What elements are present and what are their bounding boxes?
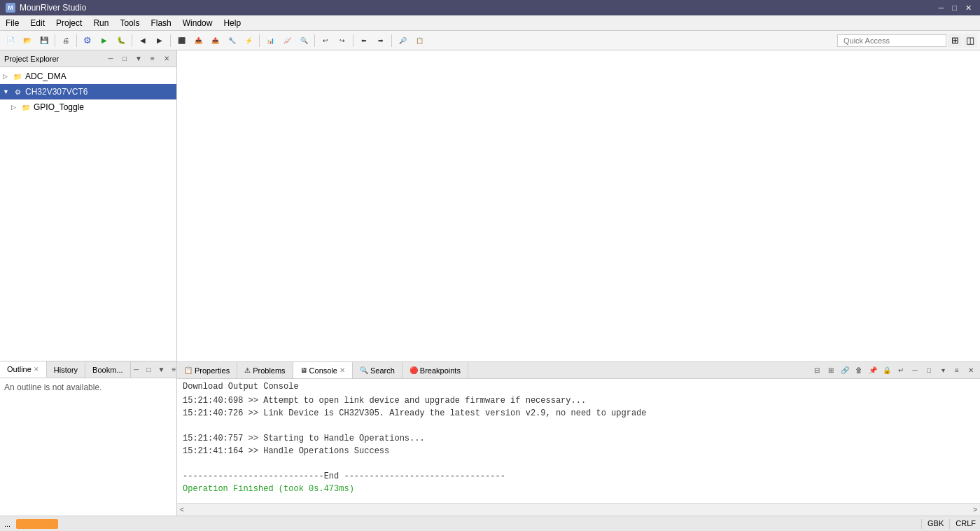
history-tab-label: History: [54, 366, 78, 374]
tab-search[interactable]: 🔍 Search: [353, 362, 402, 378]
tab-problems[interactable]: ⚠ Problems: [237, 362, 293, 378]
menu-file[interactable]: File: [0, 15, 24, 30]
project-explorer-minimize[interactable]: ─: [105, 53, 116, 64]
toolbar-btn-6[interactable]: 📊: [262, 33, 278, 48]
toolbar-btn-debug[interactable]: 🐛: [113, 33, 129, 48]
project-explorer-close[interactable]: ✕: [161, 53, 172, 64]
close-button[interactable]: ✕: [962, 4, 974, 13]
console-ctrl-pin[interactable]: 📌: [867, 364, 879, 377]
outline-view-btn[interactable]: ≡: [169, 364, 177, 375]
toolbar-btn-9[interactable]: ↩: [318, 33, 333, 48]
toolbar-btn-save[interactable]: 💾: [36, 33, 52, 48]
console-ctrl-clear[interactable]: 🗑: [853, 364, 865, 377]
tab-bookmarks[interactable]: Bookm...: [85, 361, 130, 378]
problems-tab-icon: ⚠: [244, 366, 251, 374]
toolbar-btn-prev[interactable]: ◀: [135, 33, 150, 48]
toolbar-btn-4[interactable]: 🔧: [224, 33, 239, 48]
menu-edit[interactable]: Edit: [24, 15, 50, 30]
toolbar-btn-zoom[interactable]: 🔎: [395, 33, 410, 48]
project-explorer-options[interactable]: ≡: [147, 53, 158, 64]
console-ctrl-maximize[interactable]: □: [923, 364, 935, 377]
tab-breakpoints[interactable]: 🔴 Breakpoints: [402, 362, 468, 378]
toolbar-btn-5[interactable]: ⚡: [241, 33, 256, 48]
status-progress-indicator: [16, 519, 58, 529]
toolbar-btn-build[interactable]: ⚙: [80, 33, 95, 48]
outline-controls: ─ □ ▼ ≡: [131, 364, 177, 375]
maximize-button[interactable]: □: [949, 4, 960, 13]
tab-console[interactable]: 🖥 Console ✕: [293, 362, 353, 378]
toolbar-sep-7: [353, 34, 354, 47]
console-ctrl-1[interactable]: ⊟: [811, 364, 823, 377]
console-line-finished: Operation Finished (took 0s.473ms): [183, 483, 974, 495]
toolbar-perspective-btn[interactable]: ⊞: [948, 34, 962, 48]
toolbar-btn-12[interactable]: ➡: [373, 33, 388, 48]
tab-outline[interactable]: Outline ✕: [0, 361, 47, 378]
console-tab-close[interactable]: ✕: [340, 366, 345, 374]
status-right: GBK CRLF: [921, 519, 976, 529]
toolbar-btn-open[interactable]: 📂: [20, 33, 35, 48]
toolbar-btn-10[interactable]: ↪: [335, 33, 350, 48]
outline-maximize-btn[interactable]: □: [144, 364, 155, 375]
project-explorer-content: ▷ 📁 ADC_DMA ▼ ⚙ CH32V307VCT6 ▷ 📁 GPIO_To…: [0, 67, 176, 361]
menu-run[interactable]: Run: [88, 15, 114, 30]
toolbar-sep-8: [391, 34, 392, 47]
console-ctrl-close[interactable]: ✕: [965, 364, 977, 377]
toolbar-sep-6: [314, 34, 315, 47]
problems-tab-label: Problems: [253, 366, 285, 375]
toolbar-btn-3[interactable]: 📤: [207, 33, 223, 48]
breakpoints-tab-icon: 🔴: [410, 366, 418, 374]
toolbar-btn-11[interactable]: ⬅: [356, 33, 372, 48]
app-icon: M: [6, 3, 15, 13]
console-ctrl-3[interactable]: 🔗: [839, 364, 851, 377]
outline-options-btn[interactable]: ▼: [156, 364, 167, 375]
menu-window[interactable]: Window: [177, 15, 218, 30]
status-sep-2: [949, 519, 950, 529]
console-tab-icon: 🖥: [300, 366, 307, 374]
project-explorer: Project Explorer ─ □ ▼ ≡ ✕ ▷ 📁 ADC_DMA ▼…: [0, 50, 176, 361]
console-separator: ----------------------------End --------…: [183, 470, 974, 483]
folder-icon-adc: 📁: [12, 71, 23, 81]
toolbar-btn-13[interactable]: 📋: [412, 33, 427, 48]
outline-panel: Outline ✕ History Bookm... ─ □ ▼ ≡ An ou…: [0, 361, 176, 516]
console-ctrl-minimize[interactable]: ─: [909, 364, 921, 377]
toolbar-btn-print[interactable]: 🖨: [58, 33, 74, 48]
bookmarks-tab-label: Bookm...: [92, 366, 122, 374]
toolbar-btn-new[interactable]: 📄: [3, 33, 18, 48]
editor-main[interactable]: [177, 50, 980, 361]
toolbar-btn-run[interactable]: ▶: [97, 33, 112, 48]
toolbar-btn-1[interactable]: ⬛: [174, 33, 189, 48]
tab-history[interactable]: History: [47, 361, 85, 378]
outline-minimize-btn[interactable]: ─: [131, 364, 142, 375]
tree-item-ch32v307[interactable]: ▼ ⚙ CH32V307VCT6: [0, 84, 176, 99]
menu-tools[interactable]: Tools: [114, 15, 145, 30]
tree-item-gpio[interactable]: ▷ 📁 GPIO_Toggle: [0, 99, 176, 115]
console-line-5: 15:21:41:164 >> Handle Operations Succes…: [183, 445, 974, 457]
toolbar-btn-8[interactable]: 🔍: [296, 33, 312, 48]
tab-properties[interactable]: 📋 Properties: [177, 362, 237, 378]
console-scroll-right[interactable]: >: [973, 506, 977, 513]
project-explorer-collapse[interactable]: ▼: [133, 53, 144, 64]
quick-access-input[interactable]: [837, 34, 946, 47]
toolbar-btn-2[interactable]: 📥: [190, 33, 206, 48]
console-ctrl-2[interactable]: ⊞: [825, 364, 837, 377]
menu-flash[interactable]: Flash: [145, 15, 176, 30]
console-scroll-left[interactable]: <: [180, 506, 184, 513]
console-ctrl-scroll-lock[interactable]: 🔒: [881, 364, 893, 377]
minimize-button[interactable]: ─: [936, 4, 947, 13]
menu-project[interactable]: Project: [50, 15, 88, 30]
outline-tab-close[interactable]: ✕: [34, 366, 39, 373]
console-controls: ⊟ ⊞ 🔗 🗑 📌 🔒 ↵ ─ □ ▾ ≡ ✕: [811, 364, 980, 377]
toolbar-btn-7[interactable]: 📈: [279, 33, 295, 48]
console-line-3: [183, 420, 974, 432]
console-ctrl-word-wrap[interactable]: ↵: [895, 364, 907, 377]
console-ctrl-options[interactable]: ≡: [951, 364, 963, 377]
toolbar-sep-1: [55, 34, 55, 47]
tree-arrow-adc: ▷: [3, 73, 10, 80]
console-ctrl-dropdown[interactable]: ▾: [937, 364, 949, 377]
tree-item-adc-dma[interactable]: ▷ 📁 ADC_DMA: [0, 69, 176, 84]
menu-help[interactable]: Help: [218, 15, 246, 30]
outline-tabs: Outline ✕ History Bookm... ─ □ ▼ ≡: [0, 361, 176, 378]
toolbar-layout-btn[interactable]: ◫: [963, 34, 977, 48]
toolbar-btn-next[interactable]: ▶: [152, 33, 167, 48]
project-explorer-expand[interactable]: □: [119, 53, 130, 64]
